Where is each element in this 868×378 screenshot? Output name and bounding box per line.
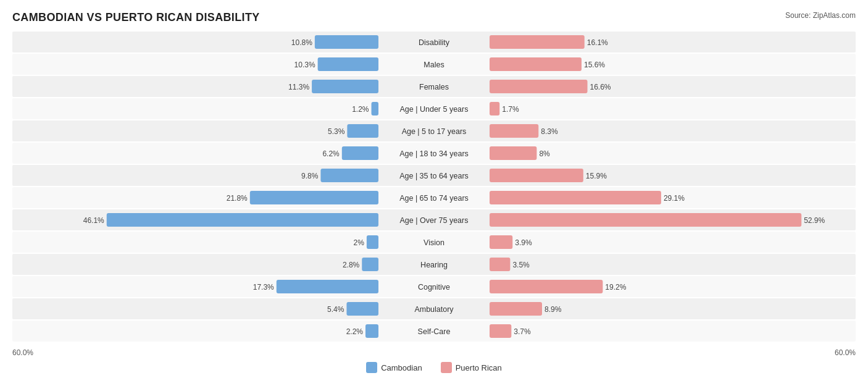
svg-text:15.6%: 15.6% [584,61,605,69]
svg-rect-68 [490,280,603,293]
svg-rect-14 [490,80,588,93]
svg-text:Vision: Vision [424,238,444,247]
svg-text:6.2%: 6.2% [322,149,340,158]
svg-rect-79 [365,324,378,338]
svg-text:2.2%: 2.2% [346,327,364,336]
svg-text:1.7%: 1.7% [502,105,519,114]
svg-rect-44 [490,191,661,204]
svg-rect-8 [490,57,582,71]
svg-text:16.1%: 16.1% [587,38,608,47]
svg-rect-1 [315,35,378,49]
legend-cambodian-label: Cambodian [381,363,422,372]
svg-text:Cognitive: Cognitive [418,283,450,292]
svg-text:21.8%: 21.8% [227,194,248,203]
svg-text:11.3%: 11.3% [288,83,309,91]
svg-rect-56 [490,235,512,249]
svg-rect-31 [342,146,378,160]
chart-container: CAMBODIAN VS PUERTO RICAN DISABILITY Sou… [0,0,868,378]
svg-text:Females: Females [419,83,449,91]
svg-text:Hearing: Hearing [420,261,448,269]
svg-text:2%: 2% [354,238,365,247]
svg-text:9.8%: 9.8% [301,172,319,180]
axis-right-label: 60.0% [835,348,856,357]
svg-text:17.3%: 17.3% [253,283,274,292]
legend-cambodian: Cambodian [366,362,422,373]
svg-rect-61 [362,258,378,271]
svg-rect-13 [312,80,378,93]
svg-rect-32 [490,146,536,160]
bar-chart: Disability10.8%16.1%Males10.3%15.6%Femal… [12,32,856,344]
svg-rect-2 [490,35,585,49]
svg-text:3.5%: 3.5% [512,261,530,269]
svg-text:46.1%: 46.1% [83,216,104,225]
legend-cambodian-box [366,362,377,373]
chart-area: Disability10.8%16.1%Males10.3%15.6%Femal… [12,32,856,346]
svg-text:Age | 18 to 34 years: Age | 18 to 34 years [399,149,469,158]
svg-rect-20 [490,102,499,116]
chart-title: CAMBODIAN VS PUERTO RICAN DISABILITY [12,11,260,24]
svg-text:19.2%: 19.2% [605,283,626,292]
svg-text:Age | Under 5 years: Age | Under 5 years [400,105,469,114]
svg-rect-26 [490,124,538,138]
svg-rect-37 [320,169,378,182]
svg-text:3.7%: 3.7% [514,327,531,336]
chart-legend: Cambodian Puerto Rican [12,362,856,373]
legend-puerto-rican-box [441,362,452,373]
svg-rect-67 [277,280,378,293]
svg-rect-19 [372,102,378,116]
svg-text:Age | 35 to 64 years: Age | 35 to 64 years [399,172,469,180]
svg-rect-50 [490,213,801,227]
svg-text:Age | 5 to 17 years: Age | 5 to 17 years [402,127,467,136]
svg-rect-38 [490,169,583,182]
svg-text:8.3%: 8.3% [541,127,558,136]
svg-text:5.3%: 5.3% [328,127,345,136]
svg-text:15.9%: 15.9% [586,172,607,180]
svg-text:Age | Over 75 years: Age | Over 75 years [400,216,469,225]
svg-text:10.3%: 10.3% [294,61,315,69]
svg-text:52.9%: 52.9% [804,216,825,225]
svg-rect-7 [318,57,378,71]
legend-puerto-rican: Puerto Rican [441,362,502,373]
svg-rect-43 [250,191,378,204]
svg-text:2.8%: 2.8% [343,261,360,269]
svg-text:Males: Males [424,61,444,69]
svg-text:8%: 8% [539,149,550,158]
svg-rect-55 [367,235,378,249]
svg-rect-80 [490,324,511,338]
chart-header: CAMBODIAN VS PUERTO RICAN DISABILITY Sou… [12,11,856,24]
svg-rect-62 [490,258,510,271]
chart-source: Source: ZipAtlas.com [785,11,856,20]
svg-text:5.4%: 5.4% [327,305,344,314]
svg-rect-49 [107,213,378,227]
svg-text:16.6%: 16.6% [590,83,611,91]
svg-text:Self-Care: Self-Care [418,327,451,336]
svg-rect-25 [347,124,378,138]
legend-puerto-rican-label: Puerto Rican [456,363,502,372]
axis-left-label: 60.0% [12,348,33,357]
svg-text:Ambulatory: Ambulatory [414,305,454,314]
svg-text:8.9%: 8.9% [545,305,562,314]
svg-text:10.8%: 10.8% [291,38,312,47]
svg-text:29.1%: 29.1% [664,194,685,203]
svg-rect-73 [346,302,378,316]
svg-rect-74 [490,302,542,316]
svg-text:3.9%: 3.9% [515,238,532,247]
svg-text:Disability: Disability [419,38,450,47]
svg-text:1.2%: 1.2% [352,105,369,114]
svg-text:Age | 65 to 74 years: Age | 65 to 74 years [399,194,469,203]
axis-labels: 60.0% 60.0% [12,348,856,357]
